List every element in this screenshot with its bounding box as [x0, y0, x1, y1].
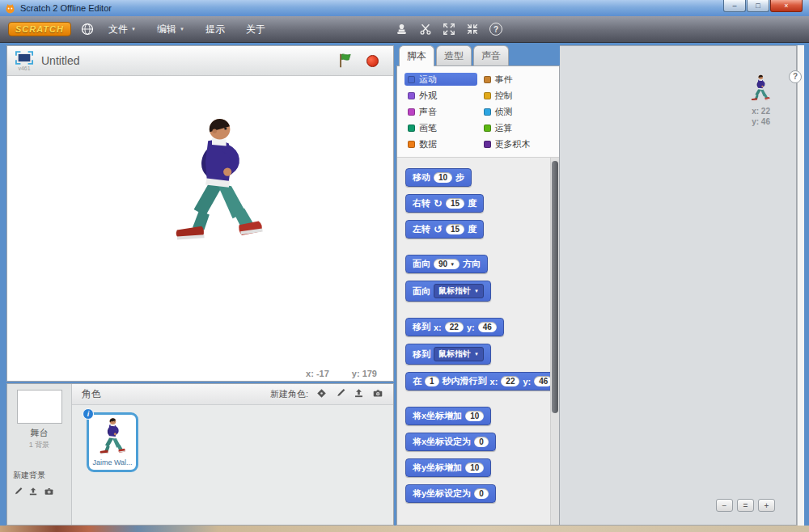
category-label: 画笔 [419, 122, 437, 133]
block-help-icon[interactable]: ? [489, 23, 502, 36]
paint-sprite-icon[interactable] [335, 388, 345, 400]
block-number-input[interactable]: 10 [465, 411, 484, 421]
block-number-input[interactable]: 22 [501, 376, 519, 386]
palette-block[interactable]: 将y坐标增加10 [405, 458, 491, 477]
palette-block[interactable]: 将x坐标设定为0 [405, 433, 496, 451]
title-bar[interactable]: Scratch 2 Offline Editor – □ × [0, 0, 809, 16]
block-dropdown[interactable]: 鼠标指针▼ [434, 347, 484, 361]
palette-block[interactable]: 左转↺15度 [405, 220, 484, 239]
category-control[interactable]: 控制 [481, 89, 553, 102]
delete-icon[interactable] [419, 23, 432, 36]
palette-block[interactable]: 将y坐标设定为0 [405, 484, 496, 503]
block-number-input[interactable]: 0 [474, 437, 489, 447]
category-data[interactable]: 数据 [404, 137, 477, 150]
stop-button[interactable] [366, 55, 379, 67]
block-number-dropdown[interactable]: 90▼ [434, 259, 460, 269]
category-color-swatch [484, 92, 491, 99]
category-operators[interactable]: 运算 [481, 121, 553, 134]
block-number-input[interactable]: 0 [474, 488, 489, 499]
block-number-input[interactable]: 15 [446, 198, 464, 209]
block-text: 度 [468, 197, 477, 209]
upload-backdrop-icon[interactable] [28, 485, 38, 500]
menu-item-file[interactable]: 文件▼ [108, 23, 136, 36]
zoom-out-icon: − [722, 501, 727, 510]
turn-counterclockwise-icon: ↺ [434, 224, 443, 234]
shrink-icon[interactable] [466, 23, 479, 36]
category-label: 运算 [495, 122, 513, 133]
palette-block[interactable]: 右转↻15度 [405, 194, 484, 213]
category-color-swatch [408, 76, 415, 83]
sprites-panel: 舞台 1 背景 新建背景 角色 新建角色: [6, 383, 394, 526]
block-number-input[interactable]: 46 [478, 322, 497, 332]
block-dropdown[interactable]: 鼠标指针▼ [434, 284, 484, 298]
scripts-area[interactable]: x: 22 y: 46 − = + [560, 45, 797, 526]
scratch-logo[interactable]: SCRATCH [8, 22, 71, 36]
tab-scripts[interactable]: 脚本 [399, 45, 434, 66]
menu-item-tips[interactable]: 提示 [205, 23, 225, 36]
block-text: 秒内滑行到 [443, 375, 487, 387]
help-button[interactable]: ? [789, 70, 802, 83]
menu-item-about[interactable]: 关于 [246, 23, 265, 36]
block-number-input[interactable]: 15 [446, 224, 464, 234]
palette-block[interactable]: 移到鼠标指针▼ [405, 344, 491, 365]
block-number-input[interactable]: 10 [434, 172, 452, 183]
language-globe-icon[interactable] [81, 23, 94, 36]
category-picker: 运动外观声音画笔数据 事件控制侦测运算更多积木 [397, 66, 559, 158]
block-group: 移到x:22y:46移到鼠标指针▼在1秒内滑行到x:22y:46 [405, 318, 559, 391]
block-number-input[interactable]: 1 [425, 376, 439, 386]
palette-block[interactable]: 面向鼠标指针▼ [405, 281, 491, 302]
block-number-input[interactable]: 10 [465, 462, 484, 473]
palette-block[interactable]: 移动10步 [405, 168, 472, 187]
duplicate-icon[interactable] [395, 23, 409, 36]
maximize-button[interactable]: □ [747, 0, 769, 12]
category-label: 侦测 [495, 106, 513, 117]
stage-thumbnail[interactable] [17, 390, 62, 424]
palette-block[interactable]: 在1秒内滑行到x:22y:46 [405, 372, 559, 391]
sprite-jaime-on-stage[interactable] [173, 112, 264, 255]
block-text: 在 [413, 375, 421, 387]
tab-costumes[interactable]: 造型 [436, 45, 472, 65]
grow-icon[interactable] [443, 23, 455, 36]
zoom-in-button[interactable]: + [758, 499, 775, 512]
category-label: 外观 [419, 90, 437, 101]
zoom-out-button[interactable]: − [716, 499, 733, 512]
category-color-swatch [484, 141, 491, 148]
paint-backdrop-icon[interactable] [13, 485, 23, 500]
upload-sprite-icon[interactable] [354, 388, 364, 400]
tips-panel-edge[interactable]: ? [797, 45, 804, 526]
tab-sounds[interactable]: 声音 [473, 45, 509, 65]
category-pen[interactable]: 画笔 [404, 121, 477, 134]
block-number-input[interactable]: 22 [445, 322, 464, 332]
minimize-button[interactable]: – [723, 0, 746, 12]
active-sprite-thumbnail [751, 74, 770, 104]
category-looks[interactable]: 外观 [404, 89, 477, 102]
camera-backdrop-icon[interactable] [44, 485, 54, 500]
category-sensing[interactable]: 侦测 [481, 105, 553, 118]
category-sound[interactable]: 声音 [404, 105, 477, 118]
stage-canvas [7, 77, 393, 365]
sprite-library-icon[interactable] [316, 388, 327, 400]
palette-block[interactable]: 面向90▼方向 [405, 255, 488, 273]
sprite-card-jaime[interactable]: i Jaime Wal... [87, 412, 138, 472]
block-text: 步 [455, 171, 464, 184]
category-column-right: 事件控制侦测运算更多积木 [481, 73, 557, 150]
mouse-y-readout: y: 179 [352, 369, 377, 378]
category-events[interactable]: 事件 [481, 73, 553, 86]
category-color-swatch [408, 108, 415, 116]
category-more-blocks[interactable]: 更多积木 [481, 137, 553, 150]
green-flag-button[interactable] [337, 53, 354, 69]
category-motion[interactable]: 运动 [404, 73, 477, 86]
palette-block[interactable]: 将x坐标增加10 [405, 407, 491, 425]
camera-sprite-icon[interactable] [372, 388, 383, 400]
menu-item-edit[interactable]: 编辑▼ [157, 23, 184, 36]
close-button[interactable]: × [770, 0, 803, 12]
menu-bar: SCRATCH 文件▼编辑▼提示关于 ? [0, 16, 809, 43]
maximize-icon: □ [756, 2, 760, 10]
sprite-info-icon[interactable]: i [83, 408, 94, 420]
palette-scrollbar[interactable] [550, 158, 559, 525]
category-label: 运动 [419, 74, 437, 85]
palette-scrollbar-thumb[interactable] [552, 161, 558, 413]
zoom-reset-button[interactable]: = [737, 499, 754, 512]
block-text: 右转 [413, 197, 430, 209]
palette-block[interactable]: 移到x:22y:46 [405, 318, 504, 336]
